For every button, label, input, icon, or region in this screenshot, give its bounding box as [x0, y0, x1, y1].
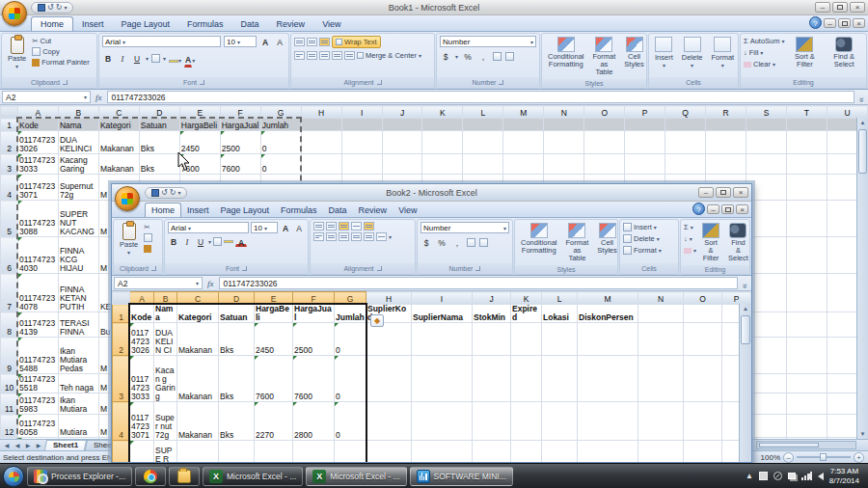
- column-header[interactable]: A: [130, 292, 154, 305]
- cell[interactable]: Bks: [219, 356, 255, 402]
- header-cell[interactable]: Satuan: [219, 305, 255, 323]
- cell[interactable]: [786, 415, 827, 438]
- row-header[interactable]: 5: [113, 441, 130, 463]
- cell[interactable]: [463, 131, 503, 154]
- cell[interactable]: [684, 356, 722, 402]
- tab-home[interactable]: Home: [145, 203, 181, 217]
- borders-icon[interactable]: [213, 237, 222, 246]
- conditional-formatting-button[interactable]: Conditional Formatting: [518, 222, 560, 256]
- cell[interactable]: SUPE R NUT: [154, 441, 177, 463]
- column-header[interactable]: U: [827, 106, 867, 119]
- cell[interactable]: Bks: [139, 131, 179, 154]
- zoom-in-button[interactable]: +: [854, 452, 864, 463]
- align-right-icon[interactable]: [339, 232, 349, 241]
- book1-vertical-scrollbar[interactable]: ▲ ▼: [856, 118, 868, 439]
- header-cell[interactable]: [786, 119, 827, 131]
- cell[interactable]: [412, 402, 473, 441]
- clear-button[interactable]: Clear▾: [744, 59, 785, 69]
- column-header[interactable]: C: [177, 292, 219, 305]
- decrease-indent-icon[interactable]: [332, 51, 342, 60]
- cell[interactable]: Super nut 72g: [154, 402, 177, 441]
- header-cell[interactable]: Kode: [130, 305, 154, 323]
- align-top-icon[interactable]: [313, 222, 324, 230]
- header-cell[interactable]: Nama: [154, 305, 177, 323]
- row-header[interactable]: 3: [1, 154, 18, 175]
- cell[interactable]: [473, 356, 511, 402]
- display-icon[interactable]: [788, 473, 796, 479]
- expand-formula-bar-icon[interactable]: «: [856, 93, 866, 102]
- cell[interactable]: Ikan Mutiara Pedas: [58, 338, 98, 374]
- column-header[interactable]: N: [544, 106, 584, 119]
- cell[interactable]: 0: [335, 323, 366, 356]
- cell[interactable]: [301, 154, 341, 175]
- cell[interactable]: [786, 154, 827, 175]
- header-cell[interactable]: [625, 119, 665, 131]
- cut-button[interactable]: ✂Cut: [32, 36, 90, 46]
- cell[interactable]: [511, 441, 542, 463]
- align-center-icon[interactable]: [326, 232, 337, 241]
- row-header[interactable]: 2: [1, 131, 18, 154]
- tab-data[interactable]: Data: [232, 17, 268, 31]
- increase-decimal-icon[interactable]: [467, 238, 475, 247]
- wrap-text-icon[interactable]: [364, 222, 374, 230]
- cell[interactable]: [341, 131, 382, 154]
- cell[interactable]: [463, 154, 503, 175]
- header-cell[interactable]: [341, 119, 382, 131]
- cell[interactable]: 0117 4723 3033: [130, 356, 154, 402]
- align-left-icon[interactable]: [313, 232, 324, 241]
- scroll-up-icon[interactable]: ▲: [857, 118, 868, 127]
- header-cell[interactable]: HargaJual: [293, 305, 335, 323]
- cell[interactable]: Makanan: [177, 356, 219, 402]
- cell[interactable]: [366, 441, 412, 463]
- font-color-button[interactable]: A▾: [184, 49, 195, 67]
- format-as-table-button[interactable]: Format as Table: [590, 36, 619, 77]
- format-cells-button[interactable]: Format▾: [708, 36, 737, 69]
- column-header[interactable]: J: [473, 292, 511, 305]
- increase-indent-icon[interactable]: [364, 232, 374, 241]
- cell[interactable]: Makanan: [177, 323, 219, 356]
- align-bottom-icon[interactable]: [319, 38, 330, 46]
- fill-button[interactable]: ↓▾: [684, 233, 696, 244]
- select-all-corner[interactable]: [1, 106, 18, 119]
- cell[interactable]: [542, 402, 578, 441]
- column-header[interactable]: O: [684, 292, 722, 305]
- cell[interactable]: [542, 441, 578, 463]
- header-cell[interactable]: [706, 119, 746, 131]
- cell[interactable]: Makanan: [98, 154, 139, 175]
- clock[interactable]: 7:53 AM 8/7/2014: [829, 467, 861, 486]
- row-header[interactable]: 4: [1, 175, 18, 201]
- comma-button[interactable]: ,: [477, 50, 489, 62]
- cell[interactable]: [786, 175, 827, 201]
- header-cell[interactable]: HargaBeli: [255, 305, 293, 323]
- maximize-button[interactable]: [832, 2, 848, 13]
- tab-view[interactable]: View: [393, 203, 422, 217]
- row-header[interactable]: 2: [113, 323, 130, 356]
- wrap-text-button[interactable]: Wrap Text: [332, 36, 381, 48]
- cell[interactable]: [578, 441, 638, 463]
- cell[interactable]: [473, 323, 511, 356]
- header-cell[interactable]: StokMin: [473, 305, 511, 323]
- copy-button[interactable]: [144, 232, 152, 243]
- cell[interactable]: 2800: [293, 402, 335, 441]
- font-color-icon[interactable]: A: [235, 236, 247, 247]
- number-dialog-launcher-icon[interactable]: [499, 80, 503, 85]
- cell[interactable]: [786, 393, 827, 415]
- cell[interactable]: Kacang Garing: [58, 154, 98, 175]
- cell[interactable]: [625, 131, 665, 154]
- insert-cells-button[interactable]: Insert▾: [623, 222, 657, 232]
- cell[interactable]: 2270: [255, 402, 293, 441]
- cell[interactable]: 2450: [179, 131, 220, 154]
- column-header[interactable]: F: [293, 292, 335, 305]
- cell[interactable]: Makanan: [177, 402, 219, 441]
- cell-styles-button[interactable]: Cell Styles: [621, 36, 646, 69]
- header-cell[interactable]: Satuan: [139, 119, 179, 131]
- align-left-icon[interactable]: [294, 51, 305, 60]
- italic-button[interactable]: I: [181, 235, 193, 247]
- number-dialog-launcher-icon[interactable]: [475, 266, 480, 271]
- column-header[interactable]: L: [463, 106, 503, 119]
- first-sheet-icon[interactable]: ◀: [2, 442, 12, 448]
- column-header[interactable]: D: [139, 106, 179, 119]
- clear-button[interactable]: ▾: [684, 245, 696, 256]
- header-cell[interactable]: [301, 119, 341, 131]
- align-middle-icon[interactable]: [307, 38, 317, 46]
